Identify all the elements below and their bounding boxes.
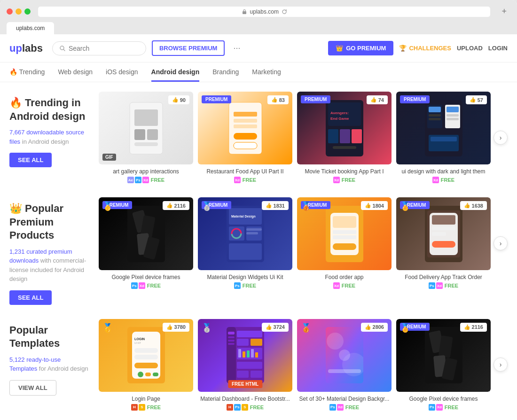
card-material-widgets[interactable]: Material Design	[198, 197, 292, 289]
tab-ios-design[interactable]: iOS design	[106, 62, 138, 82]
card-likes: 👍 1638	[460, 201, 487, 210]
tool-icons: Ae Ps Xd	[127, 177, 149, 183]
card-title: Google Pixel device frames	[99, 274, 193, 280]
templates-view-all-button[interactable]: VIEW ALL	[9, 380, 56, 396]
tool-ps-icon: Ps	[131, 282, 138, 289]
svg-rect-45	[246, 232, 258, 234]
tool-ps-icon: Ps	[234, 404, 241, 411]
close-dot[interactable]	[7, 8, 13, 15]
search-bar[interactable]	[52, 41, 146, 55]
card-google-pixel-2[interactable]: PREMIUM 🏅 👍 2116 Google Pixel device fra…	[396, 319, 491, 411]
tab-marketing[interactable]: Marketing	[252, 62, 281, 82]
svg-rect-57	[432, 226, 455, 230]
card-food-order[interactable]: PREMIUM 🥉 👍 1804 Food order app X	[297, 197, 392, 289]
svg-point-89	[327, 333, 344, 350]
challenges-button[interactable]: 🏆 CHALLENGES	[399, 45, 451, 52]
tool-xd-icon: Xd	[139, 282, 145, 289]
tab-trending[interactable]: 🔥 Trending	[9, 62, 45, 82]
svg-rect-46	[229, 243, 262, 260]
gif-badge: GIF	[102, 154, 116, 161]
thumbs-up-icon: 👍	[166, 324, 173, 330]
tool-xd-icon: Xd	[234, 177, 241, 183]
card-material-backgrounds[interactable]: 🥉 👍 2806 Set of 30+ Material Design Back…	[297, 319, 392, 411]
svg-rect-71	[227, 327, 236, 383]
card-thumbnail	[227, 327, 264, 383]
tool-html-icon: H	[227, 404, 233, 411]
svg-rect-12	[234, 142, 257, 149]
new-tab-button[interactable]: +	[498, 5, 510, 18]
card-google-pixel[interactable]: PREMIUM 🥇 👍 2116 Google Pixel device fra…	[99, 197, 193, 289]
more-options-button[interactable]: ···	[230, 41, 243, 55]
svg-rect-86	[237, 371, 249, 378]
svg-rect-64	[134, 348, 158, 353]
login-button[interactable]: LOGIN	[488, 45, 508, 52]
thumbs-up-icon: 👍	[172, 97, 179, 103]
templates-cards-wrapper: LOGIN UI KIT	[99, 319, 508, 411]
templates-section: Popular Templates 5,122 ready-to-use Tem…	[9, 319, 508, 411]
trending-title: 🔥 Trending in Android design	[9, 96, 89, 123]
premium-count-link[interactable]: 1,231 curated premium downloads	[9, 248, 72, 264]
thumbs-up-icon: 👍	[464, 202, 470, 209]
premium-next-arrow[interactable]: ›	[494, 236, 508, 250]
card-title: Set of 30+ Material Design Backgr...	[297, 396, 392, 402]
svg-rect-17	[328, 129, 338, 143]
card-art-gallery[interactable]: GIF 👍 90 art gallery app interactions Ae	[99, 92, 193, 183]
premium-title: 👑 Popular Premium Products	[9, 202, 89, 242]
tab-branding[interactable]: Branding	[212, 62, 239, 82]
svg-rect-81	[243, 351, 245, 358]
premium-see-all-button[interactable]: SEE ALL	[9, 290, 52, 305]
tool-xd-icon: Xd	[333, 282, 340, 289]
card-title: Movie Ticket booking App Part I	[297, 168, 392, 175]
svg-rect-80	[238, 349, 241, 358]
trending-next-arrow[interactable]: ›	[494, 131, 508, 145]
tab-android-design[interactable]: Android design	[151, 62, 200, 82]
tool-ae-icon: Ae	[127, 177, 134, 183]
card-tag: FREE	[147, 404, 161, 410]
browser-tab[interactable]: uplabs.com	[7, 22, 54, 34]
templates-count-link[interactable]: 5,122 ready-to-use Templates	[9, 356, 61, 373]
tool-icons: Xd	[234, 177, 241, 183]
header: uplabs BROWSE PREMIUM ··· 👑 GO PREMIUM 🏆…	[0, 34, 517, 62]
logo[interactable]: uplabs	[9, 42, 43, 54]
refresh-icon[interactable]	[282, 9, 287, 15]
address-bar[interactable]: uplabs.com	[38, 7, 490, 17]
browse-premium-button[interactable]: BROWSE PREMIUM	[152, 40, 225, 56]
templates-cards-grid: LOGIN UI KIT	[99, 319, 491, 411]
card-footer: H S FREE	[99, 404, 193, 411]
card-ui-dark-light[interactable]: PREMIUM 👍 57 ui design with dark and lig…	[396, 92, 491, 183]
svg-rect-49	[333, 216, 356, 228]
upload-button[interactable]: UPLOAD	[457, 45, 483, 52]
tool-ps-icon: Ps	[135, 177, 141, 183]
card-movie-ticket[interactable]: Avengers: End Game PREMIUM	[297, 92, 392, 183]
card-footer: H Ps S FREE	[198, 404, 292, 411]
templates-next-arrow[interactable]: ›	[494, 358, 508, 372]
section-info-trending: 🔥 Trending in Android design 7,667 downl…	[9, 92, 89, 167]
go-premium-button[interactable]: 👑 GO PREMIUM	[328, 41, 393, 55]
card-food-delivery[interactable]: PREMIUM 🏅 👍 1638 Food Delivery App Track…	[396, 197, 491, 289]
svg-rect-74	[228, 340, 235, 342]
tab-web-design[interactable]: Web design	[58, 62, 93, 82]
svg-rect-56	[432, 215, 455, 225]
logo-labs: labs	[22, 42, 43, 54]
card-likes: 👍 90	[168, 95, 189, 104]
svg-text:Material Design: Material Design	[231, 215, 256, 218]
card-footer: Ae Ps Xd FREE	[99, 177, 193, 183]
minimize-dot[interactable]	[16, 8, 22, 15]
trending-see-all-button[interactable]: SEE ALL	[9, 153, 52, 167]
card-title: ui design with dark and light them	[396, 168, 491, 175]
maximize-dot[interactable]	[24, 8, 31, 15]
card-footer: Xd FREE	[297, 177, 392, 183]
card-restaurant-food[interactable]: PREMIUM 👍 83 Restaurant Food App UI Part…	[198, 92, 292, 183]
trending-count-link[interactable]: 7,667 downloadable source files	[9, 129, 84, 145]
card-thumbnail	[425, 206, 462, 262]
card-tag: FREE	[345, 404, 359, 410]
tool-xd-icon: Xd	[436, 404, 443, 411]
card-likes: 👍 74	[367, 95, 388, 104]
thumbs-up-icon: 👍	[365, 324, 371, 330]
card-material-dashboard[interactable]: 🥈 FREE HTML 👍 3724 Material Dashboard - …	[198, 319, 292, 411]
svg-rect-6	[134, 142, 158, 146]
card-premium-badge: PREMIUM	[400, 95, 430, 103]
card-thumbnail	[227, 100, 264, 156]
search-input[interactable]	[69, 45, 134, 52]
card-login-page[interactable]: LOGIN UI KIT	[99, 319, 193, 411]
